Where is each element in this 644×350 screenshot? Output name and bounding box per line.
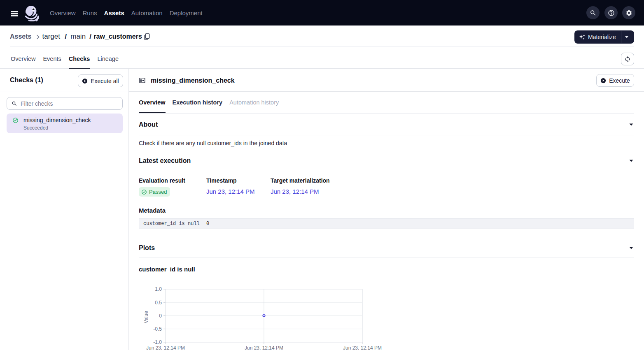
svg-text:Jun 23, 12:14 PM: Jun 23, 12:14 PM (343, 345, 382, 350)
svg-text:Jun 23, 12:14 PM: Jun 23, 12:14 PM (146, 345, 185, 350)
svg-text:Value: Value (143, 311, 149, 323)
svg-text:Jun 23, 12:14 PM: Jun 23, 12:14 PM (245, 345, 283, 350)
svg-text:0.5: 0.5 (155, 300, 162, 306)
svg-text:0: 0 (159, 313, 162, 319)
svg-text:-0.5: -0.5 (153, 326, 162, 332)
svg-text:-1.0: -1.0 (153, 339, 162, 345)
svg-text:1.0: 1.0 (155, 286, 162, 292)
